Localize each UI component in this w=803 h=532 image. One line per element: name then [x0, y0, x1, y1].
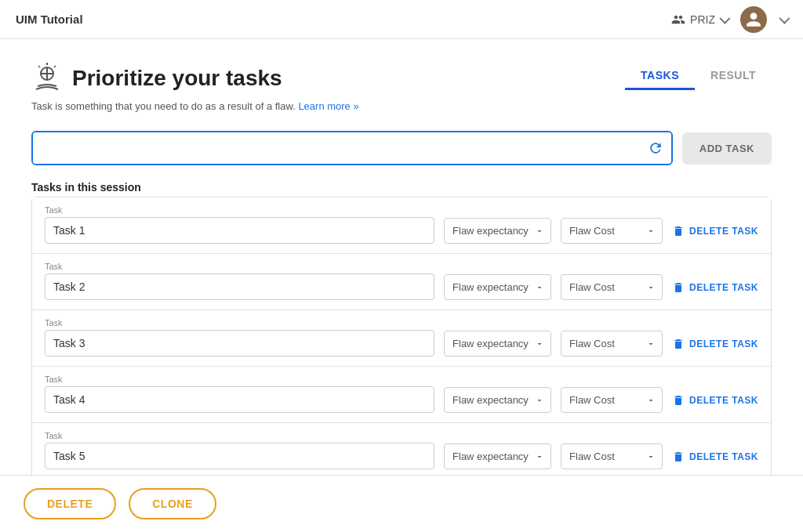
main-content: Prioritize your tasks TASKS RESULT Task …	[0, 39, 803, 532]
app-brand: UIM Tutorial	[16, 13, 83, 26]
navbar-right: PRIZ	[671, 6, 787, 33]
avatar[interactable]	[740, 6, 767, 33]
nav-user-chevron	[719, 13, 730, 24]
page-title-section: Prioritize your tasks	[31, 63, 282, 94]
page-header: Prioritize your tasks TASKS RESULT	[31, 63, 772, 94]
section-label: Tasks in this session	[31, 181, 772, 194]
page-icon	[31, 63, 63, 94]
nav-username: PRIZ	[690, 13, 715, 26]
trash-icon-4	[672, 394, 685, 407]
delete-button[interactable]: DELETE	[24, 488, 116, 519]
flaw-expectancy-select-2[interactable]: Flaw expectancy	[444, 274, 551, 300]
task-field-1: Task	[45, 205, 434, 244]
navbar: UIM Tutorial PRIZ	[0, 0, 803, 39]
prioritize-icon	[31, 63, 63, 94]
flaw-expectancy-select-3[interactable]: Flaw expectancy	[444, 331, 551, 356]
flaw-cost-select-2[interactable]: Flaw Cost	[561, 274, 663, 300]
add-task-button[interactable]: ADD TASK	[682, 132, 772, 165]
task-expectancy-1: Flaw expectancy	[444, 218, 551, 244]
task-cost-4: Flaw Cost	[561, 387, 663, 413]
svg-line-5	[38, 66, 40, 67]
page-title: Prioritize your tasks	[72, 66, 282, 91]
task-field-3: Task	[45, 318, 434, 356]
refresh-icon	[648, 140, 663, 156]
flaw-cost-select-1[interactable]: Flaw Cost	[561, 218, 663, 244]
flaw-expectancy-select-1[interactable]: Flaw expectancy	[444, 218, 551, 244]
task-field-5: Task	[45, 431, 434, 469]
trash-icon-3	[672, 338, 685, 350]
task-input-2[interactable]	[45, 273, 434, 300]
task-label-2: Task	[45, 262, 434, 271]
task-cost-5: Flaw Cost	[561, 443, 663, 469]
task-input-5[interactable]	[45, 443, 434, 469]
trash-icon-5	[672, 451, 685, 463]
task-input-4[interactable]	[45, 386, 434, 413]
flaw-cost-select-3[interactable]: Flaw Cost	[561, 331, 663, 356]
tab-result[interactable]: RESULT	[695, 63, 772, 90]
table-row: Task Flaw expectancy Flaw Cost DELETE TA…	[32, 197, 771, 254]
task-expectancy-2: Flaw expectancy	[444, 274, 551, 300]
flaw-cost-select-4[interactable]: Flaw Cost	[561, 387, 663, 413]
nav-user-menu[interactable]: PRIZ	[671, 13, 728, 27]
task-label-4: Task	[45, 375, 434, 384]
delete-task-button-2[interactable]: DELETE TASK	[672, 275, 758, 300]
trash-icon-1	[672, 225, 685, 237]
flaw-expectancy-select-4[interactable]: Flaw expectancy	[444, 387, 551, 413]
flaw-expectancy-select-5[interactable]: Flaw expectancy	[444, 443, 551, 469]
table-row: Task Flaw expectancy Flaw Cost DELETE TA…	[32, 310, 771, 367]
search-input[interactable]	[33, 132, 671, 164]
task-expectancy-4: Flaw expectancy	[444, 387, 551, 413]
delete-task-button-4[interactable]: DELETE TASK	[672, 388, 758, 413]
delete-task-button-1[interactable]: DELETE TASK	[672, 219, 758, 244]
page-subtitle: Task is something that you need to do as…	[31, 100, 772, 112]
svg-line-4	[54, 66, 56, 67]
table-row: Task Flaw expectancy Flaw Cost DELETE TA…	[32, 254, 771, 310]
search-row: ADD TASK	[31, 131, 772, 165]
task-cost-3: Flaw Cost	[561, 331, 663, 356]
task-label-5: Task	[45, 431, 434, 440]
delete-task-button-5[interactable]: DELETE TASK	[672, 444, 758, 469]
tabs: TASKS RESULT	[625, 63, 772, 90]
learn-more-link[interactable]: Learn more »	[298, 100, 358, 112]
group-icon	[671, 13, 685, 27]
avatar-icon	[745, 11, 762, 28]
delete-task-button-3[interactable]: DELETE TASK	[672, 331, 758, 356]
tab-tasks[interactable]: TASKS	[625, 63, 695, 90]
task-cost-2: Flaw Cost	[561, 274, 663, 300]
task-input-1[interactable]	[45, 217, 434, 244]
task-field-4: Task	[45, 375, 434, 413]
search-icon-button[interactable]	[648, 140, 663, 156]
search-input-wrap	[31, 131, 673, 165]
clone-button[interactable]: CLONE	[129, 488, 216, 519]
table-row: Task Flaw expectancy Flaw Cost DELETE TA…	[32, 367, 771, 423]
task-cost-1: Flaw Cost	[561, 218, 663, 244]
flaw-cost-select-5[interactable]: Flaw Cost	[561, 443, 663, 469]
task-expectancy-5: Flaw expectancy	[444, 443, 551, 469]
task-input-3[interactable]	[45, 330, 434, 356]
trash-icon-2	[672, 281, 685, 294]
task-list: Task Flaw expectancy Flaw Cost DELETE TA…	[31, 197, 772, 480]
task-label-3: Task	[45, 318, 434, 328]
task-expectancy-3: Flaw expectancy	[444, 331, 551, 356]
task-label-1: Task	[45, 205, 434, 215]
bottom-bar: DELETE CLONE	[0, 475, 803, 532]
avatar-chevron	[779, 13, 790, 24]
table-row: Task Flaw expectancy Flaw Cost DELETE TA…	[32, 423, 771, 479]
task-field-2: Task	[45, 262, 434, 300]
